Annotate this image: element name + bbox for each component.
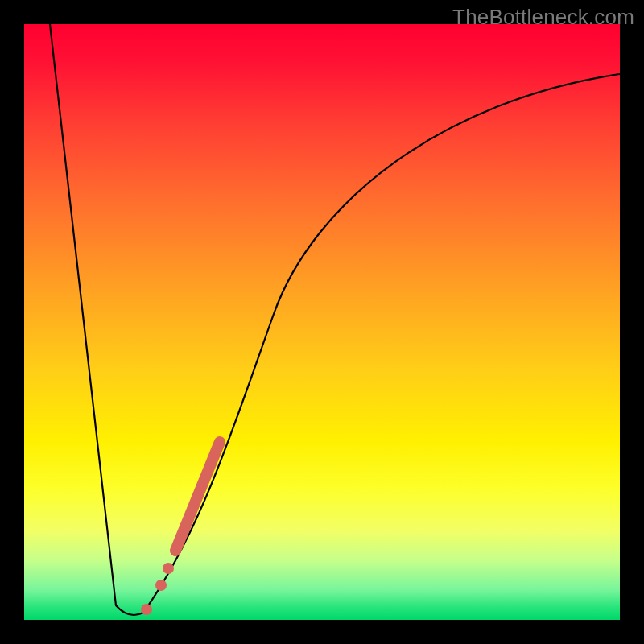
marker-dot-1 — [163, 563, 174, 574]
chart-frame: TheBottleneck.com — [0, 0, 644, 644]
marker-dot-2 — [155, 580, 167, 591]
plot-area — [24, 24, 620, 620]
bottleneck-curve — [50, 24, 620, 615]
curve-layer — [24, 24, 620, 620]
marker-thick-segment — [175, 442, 220, 551]
marker-dot-3 — [141, 604, 152, 615]
